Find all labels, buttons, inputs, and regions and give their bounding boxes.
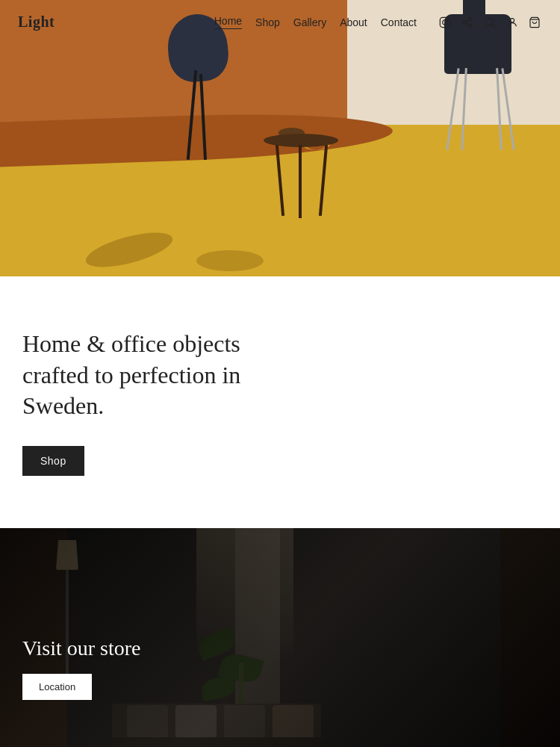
- nav-link-contact[interactable]: Contact: [381, 16, 417, 28]
- nav-icons: [438, 15, 542, 30]
- shop-button[interactable]: Shop: [22, 446, 84, 476]
- instagram-icon[interactable]: [438, 15, 452, 30]
- svg-line-6: [466, 23, 470, 25]
- chair-right-leg4: [501, 68, 514, 149]
- nav-link-home[interactable]: Home: [214, 15, 242, 29]
- chair-left-leg2: [199, 73, 207, 159]
- store-heading: Visit our store: [22, 636, 141, 660]
- main-nav: Home Shop Gallery About Contact: [214, 15, 542, 30]
- nav-link-gallery[interactable]: Gallery: [293, 16, 326, 28]
- search-icon[interactable]: [482, 15, 497, 30]
- tagline-text: Home & office objects crafted to perfect…: [22, 329, 291, 422]
- svg-line-7: [466, 19, 470, 22]
- svg-point-1: [443, 19, 448, 25]
- svg-point-4: [463, 21, 466, 24]
- nav-link-about[interactable]: About: [340, 16, 367, 28]
- nav-link-shop[interactable]: Shop: [255, 16, 280, 28]
- share-icon[interactable]: [460, 15, 475, 30]
- svg-point-8: [486, 18, 493, 25]
- chair-right-leg3: [496, 67, 503, 149]
- chair-right-leg2: [461, 67, 467, 149]
- svg-point-2: [447, 19, 449, 20]
- chair-right-leg1: [446, 68, 459, 149]
- store-section: Visit our store Location: [0, 528, 560, 747]
- svg-point-5: [469, 24, 472, 27]
- svg-rect-0: [440, 17, 449, 27]
- store-text: Visit our store Location: [22, 636, 141, 700]
- shadow-2: [196, 250, 264, 271]
- table-leg2: [299, 145, 302, 218]
- tagline-section: Home & office objects crafted to perfect…: [0, 276, 560, 528]
- account-icon[interactable]: [505, 15, 520, 30]
- svg-point-3: [469, 17, 472, 20]
- chair-left-leg1: [187, 70, 197, 160]
- table-leg1: [275, 145, 284, 216]
- svg-point-10: [510, 18, 514, 22]
- side-table: [264, 134, 338, 216]
- header: Light Home Shop Gallery About Contact: [0, 0, 560, 44]
- location-button[interactable]: Location: [22, 674, 92, 700]
- logo[interactable]: Light: [18, 13, 55, 31]
- table-leg3: [318, 145, 327, 216]
- cart-icon[interactable]: [527, 15, 542, 30]
- svg-line-9: [492, 25, 495, 28]
